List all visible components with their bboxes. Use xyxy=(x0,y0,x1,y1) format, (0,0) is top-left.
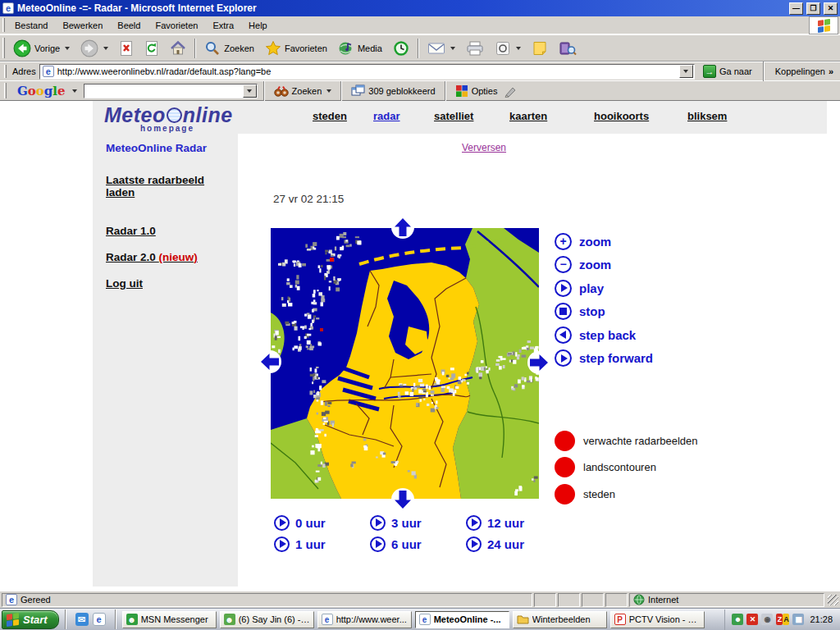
stop-icon xyxy=(119,40,134,57)
google-search-dropdown[interactable] xyxy=(243,84,257,98)
toolbar-grip[interactable] xyxy=(2,18,5,32)
edit-button[interactable] xyxy=(490,36,526,60)
calendar-tray-icon[interactable]: ▦ xyxy=(792,614,804,625)
address-dropdown-button[interactable] xyxy=(679,65,693,78)
time-6-uur-button[interactable]: 6 uur xyxy=(370,533,466,555)
nav-hooikoorts[interactable]: hooikoorts xyxy=(594,110,649,122)
task-meteoonline-active[interactable]: e MeteoOnline -... xyxy=(415,611,509,628)
red-dot-icon xyxy=(555,484,575,504)
time-1-uur-button[interactable]: 1 uur xyxy=(274,533,370,555)
menu-bar: Bestand Bewerken Beeld Favorieten Extra … xyxy=(0,16,840,34)
volume-icon[interactable]: ◉ xyxy=(761,614,773,625)
close-button[interactable]: ✕ xyxy=(824,2,838,15)
step-forward-button[interactable]: step forward xyxy=(555,347,653,371)
mail-dropdown-caret[interactable] xyxy=(450,47,455,50)
links-button[interactable]: Koppelingen » xyxy=(770,63,838,80)
task-pctv-vision[interactable]: P PCTV Vision - VCR xyxy=(610,611,705,628)
time-0-uur-button[interactable]: 0 uur xyxy=(274,512,370,533)
play-button[interactable]: play xyxy=(555,276,653,300)
task-browser-weer[interactable]: e http://www.weer... xyxy=(317,611,412,628)
nav-steden[interactable]: steden xyxy=(313,110,347,122)
mail-button[interactable] xyxy=(422,36,460,60)
print-button[interactable] xyxy=(461,36,489,60)
nav-radar[interactable]: radar xyxy=(373,110,400,122)
task-msn-messenger[interactable]: ☻ MSN Messenger xyxy=(122,611,217,628)
windows-flag-icon xyxy=(818,18,830,32)
minimize-button[interactable]: — xyxy=(789,2,803,15)
stop-animation-button[interactable]: stop xyxy=(555,300,653,324)
discuss-button[interactable] xyxy=(554,36,582,60)
nav-satelliet[interactable]: satelliet xyxy=(434,110,473,122)
home-button[interactable] xyxy=(165,36,191,60)
popup-blocked-button[interactable]: 309 geblokkeerd xyxy=(348,82,438,99)
pan-left-button[interactable] xyxy=(258,349,282,374)
google-logo-menu[interactable]: Google xyxy=(12,82,80,99)
resize-gripper[interactable] xyxy=(828,595,838,605)
sidebar-link-logout[interactable]: Log uit xyxy=(106,277,230,290)
highlighter-icon[interactable] xyxy=(504,84,518,98)
favorites-button[interactable]: Favorieten xyxy=(260,36,332,60)
forward-button[interactable] xyxy=(75,36,113,60)
pan-up-button[interactable] xyxy=(390,215,415,240)
search-button[interactable]: Zoeken xyxy=(199,36,259,60)
sidebar-link-radar-1[interactable]: Radar 1.0 xyxy=(106,225,230,237)
nav-bliksem[interactable]: bliksem xyxy=(687,110,727,122)
menu-extra[interactable]: Extra xyxy=(205,17,241,34)
zoom-out-button[interactable]: −zoom xyxy=(555,253,653,277)
legend-item[interactable]: verwachte radarbeelden xyxy=(555,427,697,454)
step-back-button[interactable]: step back xyxy=(555,323,653,347)
nav-kaarten[interactable]: kaarten xyxy=(509,110,547,122)
google-search-button[interactable]: Zoeken xyxy=(271,82,336,99)
zoom-in-button[interactable]: +zoom xyxy=(555,230,653,253)
toolbar-grip[interactable] xyxy=(4,65,7,78)
go-button[interactable]: → Ga naar xyxy=(698,63,757,80)
time-12-uur-button[interactable]: 12 uur xyxy=(466,512,562,533)
task-say-jin-chat[interactable]: ☻ (6) Say Jin (6) - G... xyxy=(220,611,314,628)
menu-favorieten[interactable]: Favorieten xyxy=(148,17,205,34)
options-button[interactable]: Opties xyxy=(452,82,501,99)
toolbar-grip[interactable] xyxy=(4,83,7,98)
toolbar-grip[interactable] xyxy=(2,38,5,58)
edit-dropdown-caret[interactable] xyxy=(516,47,521,50)
time-3-uur-button[interactable]: 3 uur xyxy=(370,512,466,533)
google-search-input[interactable] xyxy=(84,84,258,98)
menu-bestand[interactable]: Bestand xyxy=(7,17,55,34)
legend-item[interactable]: landscontouren xyxy=(555,454,697,482)
history-button[interactable] xyxy=(388,36,414,60)
sidebar-link-radar-2[interactable]: Radar 2.0 (nieuw) xyxy=(106,251,230,263)
google-dropdown-caret[interactable] xyxy=(72,89,77,93)
forward-dropdown-caret[interactable] xyxy=(103,47,108,50)
radar-map[interactable] xyxy=(271,228,539,499)
status-pane xyxy=(534,593,556,607)
google-search-caret[interactable] xyxy=(326,89,331,93)
back-dropdown-caret[interactable] xyxy=(65,47,70,50)
back-button[interactable]: Vorige xyxy=(8,36,75,60)
restore-button[interactable]: ❐ xyxy=(806,2,820,15)
time-24-uur-button[interactable]: 24 uur xyxy=(466,533,562,555)
task-winterbeelden-folder[interactable]: Winterbeelden xyxy=(513,611,607,628)
media-button[interactable]: Media xyxy=(333,36,387,60)
stop-button[interactable] xyxy=(114,36,139,60)
address-input[interactable]: e http://www.weeronlinebv.nl/radar/defau… xyxy=(39,64,695,80)
refresh-link[interactable]: Verversen xyxy=(462,142,506,153)
zonealarm-z-icon[interactable]: Z xyxy=(776,614,783,625)
menu-help[interactable]: Help xyxy=(241,17,275,34)
refresh-button[interactable] xyxy=(139,36,164,60)
legend-item[interactable]: steden xyxy=(555,481,697,508)
error-tray-icon[interactable]: ✕ xyxy=(746,614,758,625)
sidebar-link-latest-radar[interactable]: Laatste radarbeeld laden xyxy=(106,174,217,199)
internet-zone-icon xyxy=(633,594,645,605)
pan-down-button[interactable] xyxy=(390,487,415,512)
menu-bewerken[interactable]: Bewerken xyxy=(55,17,110,34)
forward-icon xyxy=(80,39,98,57)
messenger-status-icon[interactable]: ☻ xyxy=(732,614,743,625)
messenger-note-button[interactable] xyxy=(527,36,553,60)
menu-beeld[interactable]: Beeld xyxy=(110,17,148,34)
start-button[interactable]: Start xyxy=(2,610,59,629)
zonealarm-a-icon[interactable]: A xyxy=(783,614,789,625)
msn-quick-launch-icon[interactable]: ✉ xyxy=(75,613,89,626)
pan-right-button[interactable] xyxy=(527,350,551,375)
status-text: Gereed xyxy=(21,595,51,605)
internet-explorer-quick-launch-icon[interactable]: e xyxy=(93,613,106,626)
play-icon xyxy=(370,536,386,552)
